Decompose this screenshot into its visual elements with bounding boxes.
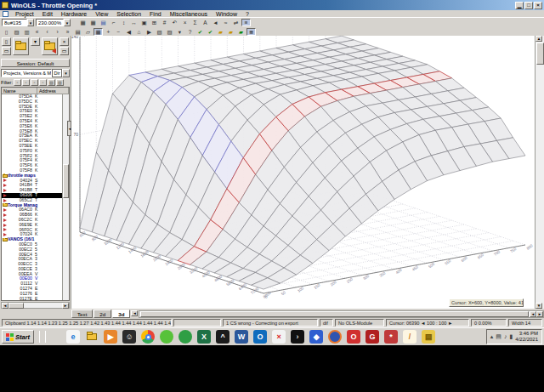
graduation-cap-icon[interactable]: ^ bbox=[216, 330, 230, 344]
menu-window[interactable]: Window bbox=[212, 10, 241, 18]
tab-scroll-left-icon[interactable]: ◄ bbox=[131, 310, 138, 316]
windows-2d-button[interactable]: ▦ bbox=[78, 19, 88, 26]
chart-vscroll-down-icon[interactable]: ▼ bbox=[536, 303, 542, 309]
windows-3d-button[interactable]: ▦ bbox=[88, 19, 98, 26]
wrench-icon[interactable]: / bbox=[403, 330, 416, 344]
text-view-button[interactable]: ▤ bbox=[73, 28, 82, 36]
zoom-out-button[interactable]: − bbox=[114, 28, 123, 36]
chart-vscroll-thumb[interactable] bbox=[536, 43, 544, 65]
session-button[interactable]: Session: Default bbox=[1, 59, 70, 67]
folder-c-button[interactable]: ▰ bbox=[236, 28, 246, 36]
chart-hscroll-right-icon[interactable]: ► bbox=[536, 311, 543, 317]
menu-hardware[interactable]: Hardware bbox=[57, 10, 91, 18]
red-x-app-icon[interactable]: × bbox=[272, 330, 286, 344]
close-button[interactable]: × bbox=[534, 2, 542, 9]
tree-combo-arrow-icon[interactable]: ▾ bbox=[62, 69, 70, 77]
tab-2d[interactable]: 2d bbox=[94, 310, 111, 318]
selection-column-button[interactable]: ↕ bbox=[119, 19, 128, 26]
chart-horizontal-scrollbar[interactable]: ◄ ► bbox=[139, 310, 544, 318]
chart-vscroll-up-icon[interactable]: ▲ bbox=[536, 36, 542, 42]
help-button[interactable]: ? bbox=[185, 28, 195, 36]
selection-map-button[interactable]: ▣ bbox=[139, 19, 149, 26]
check-import-button[interactable]: ✔ bbox=[196, 28, 205, 36]
word-icon[interactable]: W bbox=[235, 330, 248, 344]
tab-3d[interactable]: 3d bbox=[112, 310, 130, 318]
open-project-menu-button[interactable]: ▾ bbox=[31, 37, 40, 46]
taskbar-clock[interactable]: 3:46 PM 4/22/2021 bbox=[515, 331, 538, 343]
chart-hscroll-thumb[interactable] bbox=[140, 311, 529, 317]
filter-button-4[interactable]: ▫ bbox=[39, 79, 47, 86]
sidebar-hscroll-left-icon[interactable]: ◄ bbox=[2, 303, 8, 309]
import-file-button[interactable] bbox=[42, 37, 58, 55]
map-3d-view[interactable]: 6008001000120014001600200024002800320040… bbox=[71, 36, 535, 309]
sidebar-hscroll-thumb[interactable] bbox=[8, 303, 24, 309]
save-version-button[interactable]: ▭ bbox=[2, 47, 11, 55]
home-button[interactable]: ⌂ bbox=[134, 28, 144, 36]
value-format-combo[interactable]: 8u#135 ▾ bbox=[2, 19, 34, 26]
view-3d-button[interactable]: ▦ bbox=[94, 28, 103, 36]
menu-edit[interactable]: Edit bbox=[38, 10, 57, 18]
show-hidden-icon[interactable]: ▴ bbox=[490, 333, 494, 340]
internet-explorer-icon[interactable]: e bbox=[66, 330, 80, 344]
dropdown-button[interactable]: ▾ bbox=[175, 28, 184, 36]
back-button[interactable]: ◀ bbox=[124, 28, 133, 36]
close-map-button[interactable]: ▥ bbox=[22, 28, 31, 36]
map-row[interactable]: 0127EE bbox=[2, 297, 69, 301]
folder-b-button[interactable]: ▰ bbox=[226, 28, 235, 36]
whatsapp-icon[interactable] bbox=[178, 330, 192, 344]
zoom-combo[interactable]: 230.000% ▾ bbox=[36, 19, 71, 26]
menu-project[interactable]: Project bbox=[11, 10, 38, 18]
menu-miscellaneous[interactable]: Miscellaneous bbox=[166, 10, 212, 18]
prev-map-button[interactable]: ‹ bbox=[42, 28, 52, 36]
sigma-button[interactable]: Σ bbox=[190, 19, 200, 26]
forward-button[interactable]: ▶ bbox=[144, 28, 154, 36]
child-window-icon[interactable] bbox=[3, 11, 8, 17]
font-button[interactable]: A bbox=[201, 19, 210, 26]
excel-icon[interactable]: X bbox=[197, 330, 211, 344]
filter-button-2[interactable]: ▫ bbox=[22, 79, 30, 86]
grid-button[interactable]: ⊞ bbox=[150, 19, 159, 26]
view-2d-button[interactable]: ▱ bbox=[83, 28, 93, 36]
winols-taskbar-icon[interactable]: ▤ bbox=[422, 330, 435, 344]
wave-button[interactable]: ≈ bbox=[221, 19, 230, 26]
properties-button[interactable]: ▯ bbox=[2, 28, 11, 36]
maps-b-button[interactable]: ▨ bbox=[165, 28, 174, 36]
delete-button[interactable]: × bbox=[60, 37, 69, 46]
volume-icon[interactable]: ♪ bbox=[504, 333, 507, 340]
hash-button[interactable]: # bbox=[160, 19, 169, 26]
menu-find[interactable]: Find bbox=[145, 10, 166, 18]
outlook-icon[interactable]: O bbox=[253, 330, 267, 344]
start-button[interactable]: Start bbox=[2, 330, 34, 344]
selection-corner-button[interactable]: ⌐ bbox=[109, 19, 118, 26]
list-button[interactable]: ≡ bbox=[241, 19, 251, 26]
open-map-button[interactable]: ▨ bbox=[12, 28, 21, 36]
maximize-button[interactable]: □ bbox=[524, 2, 533, 9]
next-map-button[interactable]: › bbox=[53, 28, 62, 36]
opera-icon[interactable]: O bbox=[347, 330, 360, 344]
power-icon[interactable]: ▮ bbox=[509, 333, 513, 340]
chart-vertical-scrollbar[interactable]: ▲ ▼ bbox=[535, 36, 544, 309]
tab-text[interactable]: Text bbox=[71, 310, 93, 318]
last-map-button[interactable]: » bbox=[63, 28, 72, 36]
sidebar-hscroll-right-icon[interactable]: ► bbox=[62, 303, 69, 309]
firefox-icon[interactable] bbox=[328, 330, 342, 344]
paw-app-icon[interactable]: * bbox=[384, 330, 398, 344]
first-map-button[interactable]: « bbox=[32, 28, 42, 36]
filter-button-6[interactable]: ▨ bbox=[56, 79, 64, 86]
swap-axes-button[interactable]: ⇄ bbox=[231, 19, 241, 26]
gforce-icon[interactable]: G bbox=[366, 330, 379, 344]
check-export-button[interactable]: ✔ bbox=[206, 28, 215, 36]
new-version-button[interactable]: ▯ bbox=[2, 37, 11, 46]
triangle-button[interactable]: ◄ bbox=[211, 19, 220, 26]
explorer-folder-icon[interactable] bbox=[85, 330, 99, 344]
media-player-icon[interactable]: ▶ bbox=[104, 330, 117, 344]
export-button[interactable]: ▭ bbox=[60, 47, 69, 55]
sidebar-horizontal-scrollbar[interactable]: ◄ ► bbox=[1, 302, 70, 309]
tree-mode-combo[interactable]: Projects, Versions & Maps Dir ▾ bbox=[1, 68, 70, 77]
minimize-button[interactable]: ▁ bbox=[515, 2, 524, 9]
messenger-icon[interactable]: ☺ bbox=[122, 330, 136, 344]
column-name[interactable]: Name bbox=[2, 88, 37, 94]
chrome-icon[interactable] bbox=[141, 330, 155, 344]
filter-button-1[interactable]: ▫ bbox=[14, 79, 21, 86]
undo-button[interactable]: ↶ bbox=[170, 19, 179, 26]
